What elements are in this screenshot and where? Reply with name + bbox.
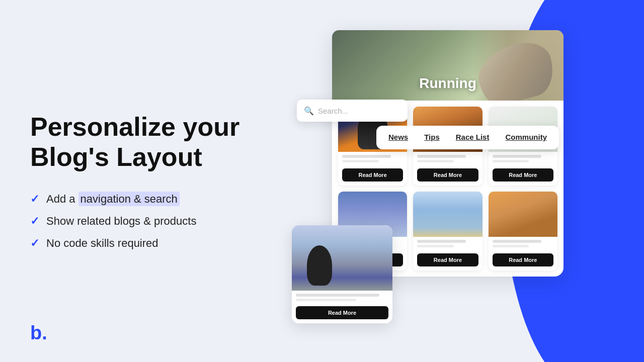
checkmark-icon-1: ✓ xyxy=(30,193,39,206)
nav-tab-community[interactable]: Community xyxy=(497,126,555,149)
post-meta-6 xyxy=(489,237,557,250)
post-meta-3 xyxy=(489,152,557,165)
post-card-6: Read More xyxy=(489,192,557,270)
search-input-placeholder: Search... xyxy=(318,107,348,115)
mockup-area: Running Read More Read More xyxy=(302,15,594,357)
post-meta-2 xyxy=(413,152,482,165)
featured-title-bar xyxy=(296,294,379,297)
read-more-button-2[interactable]: Read More xyxy=(417,168,478,182)
featured-post-image xyxy=(292,225,392,291)
feature-text-3: No code skills required xyxy=(46,237,158,250)
post-title-bar-1 xyxy=(342,155,391,158)
feature-item-3: ✓ No code skills required xyxy=(30,237,282,250)
checkmark-icon-2: ✓ xyxy=(30,215,39,228)
read-more-button-5[interactable]: Read More xyxy=(417,253,478,266)
post-meta-5 xyxy=(413,237,482,250)
nav-tab-race-list[interactable]: Race List xyxy=(448,126,498,149)
feature-item-1: ✓ Add a navigation & search xyxy=(30,193,282,206)
post-subtitle-bar-3 xyxy=(493,160,529,162)
post-card-5: Read More xyxy=(413,192,482,270)
read-more-button-1[interactable]: Read More xyxy=(342,168,403,182)
search-bar[interactable]: 🔍 Search... xyxy=(297,100,408,122)
features-list: ✓ Add a navigation & search ✓ Show relat… xyxy=(30,193,282,250)
feature-text-1: Add a navigation & search xyxy=(46,193,180,206)
shoe-decoration xyxy=(472,36,559,101)
post-image-6 xyxy=(489,192,557,237)
nav-tab-tips[interactable]: Tips xyxy=(416,126,448,149)
blog-card-featured: Read More xyxy=(292,225,392,323)
post-title-bar-3 xyxy=(493,155,541,158)
post-image-5 xyxy=(413,192,482,237)
hero-image: Running xyxy=(332,30,564,101)
post-subtitle-bar-2 xyxy=(417,160,454,162)
post-subtitle-bar-6 xyxy=(493,245,529,247)
feature-item-2: ✓ Show related blogs & products xyxy=(30,215,282,228)
post-title-bar-2 xyxy=(417,155,466,158)
featured-post-meta xyxy=(292,291,392,304)
post-title-bar-5 xyxy=(417,240,466,243)
highlight-nav-search: navigation & search xyxy=(78,192,180,206)
running-figure-decoration xyxy=(307,245,332,286)
left-panel: Personalize your Blog's Layout ✓ Add a n… xyxy=(30,0,282,362)
read-more-button-3[interactable]: Read More xyxy=(493,168,553,182)
feature-text-2: Show related blogs & products xyxy=(46,215,196,228)
featured-read-more-button[interactable]: Read More xyxy=(296,306,388,319)
nav-tab-news[interactable]: News xyxy=(380,126,416,149)
checkmark-icon-3: ✓ xyxy=(30,237,39,250)
post-meta-1 xyxy=(338,152,407,165)
hero-title: Running xyxy=(419,75,476,92)
post-subtitle-bar-5 xyxy=(417,245,454,247)
read-more-button-6[interactable]: Read More xyxy=(493,253,553,266)
nav-tabs: News Tips Race List Community xyxy=(376,126,559,149)
post-subtitle-bar-1 xyxy=(342,160,379,162)
featured-subtitle-bar xyxy=(296,299,356,301)
post-title-bar-6 xyxy=(493,240,541,243)
brand-logo: b. xyxy=(30,322,47,344)
main-headline: Personalize your Blog's Layout xyxy=(30,112,282,172)
search-icon: 🔍 xyxy=(304,106,314,116)
